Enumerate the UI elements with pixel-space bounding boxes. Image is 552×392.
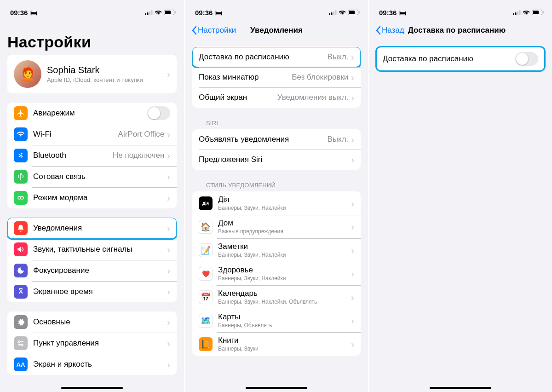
chevron-right-icon: › [167,151,170,160]
row-notifications[interactable]: Уведомления › [7,218,177,239]
svg-point-12 [21,344,23,346]
back-button[interactable]: Назад [375,26,404,35]
row-wifi[interactable]: Wi-Fi AirPort Office › [7,124,177,145]
gear-icon [14,315,28,329]
app-label: Здоровье [218,265,351,275]
bed-icon: 🛏 [399,9,406,17]
status-time: 09:36 [10,9,28,17]
back-label: Назад [382,26,404,35]
app-row-calendar[interactable]: 📅 КалендарьБаннеры, Звуки, Наклейки, Объ… [192,285,361,309]
row-previews[interactable]: Показ миниатюр Без блокировки › [192,67,361,87]
row-hotspot[interactable]: Режим модема › [7,187,177,208]
row-sounds[interactable]: Звуки, тактильные сигналы › [7,239,177,260]
row-label: Объявлять уведомления [199,135,327,144]
profile-row[interactable]: 🧑‍🦰 Sophia Stark Apple ID, iCloud, конте… [7,55,177,93]
svg-rect-6 [175,12,176,14]
airplane-icon [14,106,28,120]
row-cellular[interactable]: Сотовая связь › [7,166,177,187]
app-row-diia[interactable]: Дія ДіяБаннеры, Звуки, Наклейки › [192,191,361,215]
home-indicator[interactable] [61,387,123,389]
app-label: Карты [218,312,351,322]
app-row-health[interactable]: ❤️ ЗдоровьеБаннеры, Звуки, Наклейки › [192,262,361,285]
row-screentime[interactable]: Экранное время › [7,281,177,302]
svg-rect-14 [331,12,333,15]
wifi-icon [523,10,530,15]
status-bar: 09:36🛏 [185,0,368,20]
row-airplane[interactable]: Авиарежим [7,103,177,124]
row-label: Общий экран [199,93,277,102]
status-time: 09:36 [195,9,213,17]
row-control-center[interactable]: Пункт управления › [7,333,177,354]
text-size-icon: AA [14,357,28,371]
chevron-right-icon: › [167,317,170,327]
app-icon: Дія [199,196,213,210]
airplane-toggle[interactable] [147,106,170,120]
row-label: Сотовая связь [33,172,167,181]
app-label: Дом [218,219,351,228]
row-bluetooth[interactable]: Bluetooth Не подключен › [7,145,177,166]
row-label: Авиарежим [33,109,147,118]
cellular-icon [513,10,521,15]
app-row-books[interactable]: 📙 КнигиБаннеры, Звуки › [192,332,361,356]
chevron-right-icon: › [351,52,354,62]
svg-rect-25 [533,11,539,14]
chevron-right-icon: › [351,340,354,349]
chevron-right-icon: › [167,130,170,139]
back-button[interactable]: Настройки [191,26,236,35]
network-group: Авиарежим Wi-Fi AirPort Office › Bluetoo… [7,103,177,208]
row-announce[interactable]: Объявлять уведомления Выкл. › [192,129,361,150]
svg-rect-0 [145,13,146,15]
avatar: 🧑‍🦰 [14,60,41,88]
app-row-home[interactable]: 🏠 ДомВажные предупреждения › [192,215,361,238]
chevron-right-icon: › [351,155,354,164]
svg-rect-19 [359,12,360,14]
screen-scheduled-delivery: 09:36🛏 Назад Доставка по расписанию Дост… [368,0,552,392]
status-bar: 09:36🛏 [369,0,552,20]
row-general[interactable]: Основные › [7,311,177,333]
nav-title: Уведомления [250,26,303,35]
status-bar: 09:36 🛏 [0,0,184,20]
svg-rect-1 [147,12,149,15]
row-value: Выкл. [327,52,348,62]
chevron-right-icon: › [167,360,170,369]
svg-rect-22 [517,11,518,15]
app-sub: Баннеры, Звуки, Наклейки, Объявлять [218,299,351,305]
bluetooth-icon [14,149,28,162]
chevron-right-icon: › [167,339,170,348]
row-value: AirPort Office [118,130,165,139]
chevron-right-icon: › [167,266,170,275]
svg-rect-16 [335,10,337,15]
home-indicator[interactable] [246,387,307,389]
status-icons [513,10,544,15]
page-title: Настройки [0,20,184,55]
row-focus[interactable]: Фокусирование › [7,260,177,281]
svg-rect-23 [519,10,521,15]
scheduled-delivery-toggle-row[interactable]: Доставка по расписанию [376,47,545,71]
app-label: Дія [218,195,351,204]
bed-icon: 🛏 [215,9,222,17]
status-icons [329,10,360,15]
app-label: Книги [218,336,351,345]
svg-rect-15 [333,11,334,15]
row-label: Режим модема [33,193,167,202]
chevron-right-icon: › [351,199,354,208]
scheduled-delivery-switch[interactable] [515,52,538,66]
app-label: Заметки [218,242,351,251]
row-label: Пункт управления [33,339,167,348]
row-value: Выкл. [327,135,348,144]
notifications-group: Уведомления › Звуки, тактильные сигналы … [7,218,177,302]
row-scheduled-delivery[interactable]: Доставка по расписанию Выкл. › [192,47,361,67]
bed-icon: 🛏 [30,9,37,17]
app-row-maps[interactable]: 🗺️ КартыБаннеры, Объявлять › [192,309,361,332]
bell-icon [14,221,28,235]
row-siri-suggestions[interactable]: Предложения Siri › [192,150,361,170]
app-icon: 🏠 [199,220,213,234]
row-label: Wi-Fi [33,130,118,139]
antenna-icon [14,170,28,184]
row-display[interactable]: AA Экран и яркость › [7,354,177,375]
app-row-notes[interactable]: 📝 ЗаметкиБаннеры, Звуки, Наклейки › [192,238,361,262]
row-screenshare[interactable]: Общий экран Уведомления выкл. › [192,87,361,108]
hotspot-icon [14,191,28,205]
screen-settings: 09:36 🛏 Настройки 🧑‍🦰 Sophia Stark Apple… [0,0,184,392]
home-indicator[interactable] [430,387,491,389]
